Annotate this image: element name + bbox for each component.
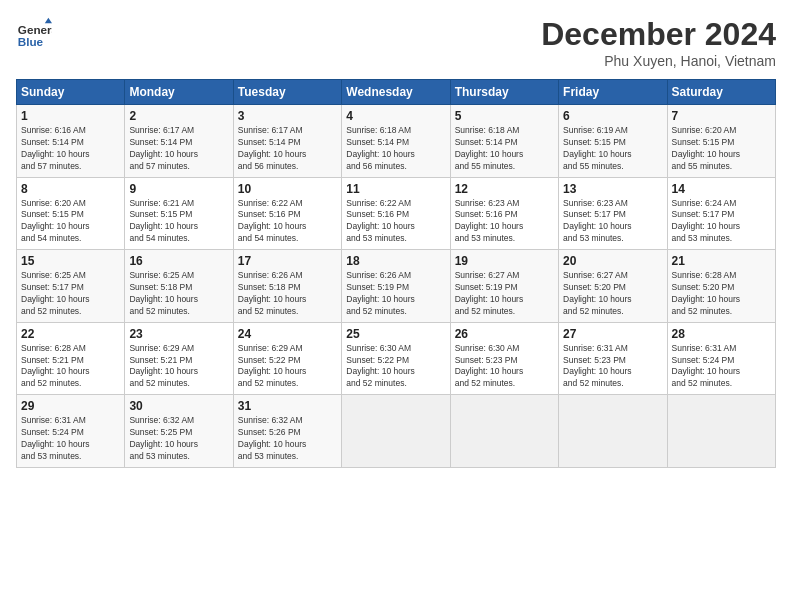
- day-number: 27: [563, 327, 662, 341]
- day-number: 29: [21, 399, 120, 413]
- day-number: 25: [346, 327, 445, 341]
- day-cell: 2Sunrise: 6:17 AM Sunset: 5:14 PM Daylig…: [125, 105, 233, 178]
- day-detail: Sunrise: 6:29 AM Sunset: 5:21 PM Dayligh…: [129, 343, 228, 391]
- day-detail: Sunrise: 6:26 AM Sunset: 5:19 PM Dayligh…: [346, 270, 445, 318]
- day-number: 11: [346, 182, 445, 196]
- day-detail: Sunrise: 6:31 AM Sunset: 5:24 PM Dayligh…: [21, 415, 120, 463]
- day-number: 21: [672, 254, 771, 268]
- day-detail: Sunrise: 6:16 AM Sunset: 5:14 PM Dayligh…: [21, 125, 120, 173]
- day-number: 2: [129, 109, 228, 123]
- day-detail: Sunrise: 6:23 AM Sunset: 5:16 PM Dayligh…: [455, 198, 554, 246]
- week-row-2: 8Sunrise: 6:20 AM Sunset: 5:15 PM Daylig…: [17, 177, 776, 250]
- day-cell: [342, 395, 450, 468]
- day-number: 31: [238, 399, 337, 413]
- day-cell: 27Sunrise: 6:31 AM Sunset: 5:23 PM Dayli…: [559, 322, 667, 395]
- week-row-1: 1Sunrise: 6:16 AM Sunset: 5:14 PM Daylig…: [17, 105, 776, 178]
- day-cell: 5Sunrise: 6:18 AM Sunset: 5:14 PM Daylig…: [450, 105, 558, 178]
- day-cell: 24Sunrise: 6:29 AM Sunset: 5:22 PM Dayli…: [233, 322, 341, 395]
- day-cell: [450, 395, 558, 468]
- day-cell: 11Sunrise: 6:22 AM Sunset: 5:16 PM Dayli…: [342, 177, 450, 250]
- day-number: 16: [129, 254, 228, 268]
- day-cell: 21Sunrise: 6:28 AM Sunset: 5:20 PM Dayli…: [667, 250, 775, 323]
- day-cell: 29Sunrise: 6:31 AM Sunset: 5:24 PM Dayli…: [17, 395, 125, 468]
- day-cell: 9Sunrise: 6:21 AM Sunset: 5:15 PM Daylig…: [125, 177, 233, 250]
- day-cell: 12Sunrise: 6:23 AM Sunset: 5:16 PM Dayli…: [450, 177, 558, 250]
- day-detail: Sunrise: 6:28 AM Sunset: 5:21 PM Dayligh…: [21, 343, 120, 391]
- day-number: 22: [21, 327, 120, 341]
- day-cell: 17Sunrise: 6:26 AM Sunset: 5:18 PM Dayli…: [233, 250, 341, 323]
- day-cell: 25Sunrise: 6:30 AM Sunset: 5:22 PM Dayli…: [342, 322, 450, 395]
- day-cell: 1Sunrise: 6:16 AM Sunset: 5:14 PM Daylig…: [17, 105, 125, 178]
- weekday-header-row: SundayMondayTuesdayWednesdayThursdayFrid…: [17, 80, 776, 105]
- day-cell: [667, 395, 775, 468]
- day-detail: Sunrise: 6:22 AM Sunset: 5:16 PM Dayligh…: [238, 198, 337, 246]
- day-number: 1: [21, 109, 120, 123]
- day-detail: Sunrise: 6:27 AM Sunset: 5:19 PM Dayligh…: [455, 270, 554, 318]
- header: General Blue December 2024 Phu Xuyen, Ha…: [16, 16, 776, 69]
- weekday-header-thursday: Thursday: [450, 80, 558, 105]
- day-number: 8: [21, 182, 120, 196]
- day-number: 13: [563, 182, 662, 196]
- day-cell: 14Sunrise: 6:24 AM Sunset: 5:17 PM Dayli…: [667, 177, 775, 250]
- day-number: 9: [129, 182, 228, 196]
- weekday-header-tuesday: Tuesday: [233, 80, 341, 105]
- day-detail: Sunrise: 6:29 AM Sunset: 5:22 PM Dayligh…: [238, 343, 337, 391]
- week-row-4: 22Sunrise: 6:28 AM Sunset: 5:21 PM Dayli…: [17, 322, 776, 395]
- day-cell: 26Sunrise: 6:30 AM Sunset: 5:23 PM Dayli…: [450, 322, 558, 395]
- day-cell: 18Sunrise: 6:26 AM Sunset: 5:19 PM Dayli…: [342, 250, 450, 323]
- day-detail: Sunrise: 6:26 AM Sunset: 5:18 PM Dayligh…: [238, 270, 337, 318]
- day-cell: 31Sunrise: 6:32 AM Sunset: 5:26 PM Dayli…: [233, 395, 341, 468]
- day-detail: Sunrise: 6:30 AM Sunset: 5:22 PM Dayligh…: [346, 343, 445, 391]
- svg-text:Blue: Blue: [18, 35, 44, 48]
- day-detail: Sunrise: 6:31 AM Sunset: 5:23 PM Dayligh…: [563, 343, 662, 391]
- day-detail: Sunrise: 6:17 AM Sunset: 5:14 PM Dayligh…: [129, 125, 228, 173]
- day-number: 7: [672, 109, 771, 123]
- day-number: 4: [346, 109, 445, 123]
- day-cell: 3Sunrise: 6:17 AM Sunset: 5:14 PM Daylig…: [233, 105, 341, 178]
- calendar-table: SundayMondayTuesdayWednesdayThursdayFrid…: [16, 79, 776, 468]
- title-area: December 2024 Phu Xuyen, Hanoi, Vietnam: [541, 16, 776, 69]
- day-cell: 28Sunrise: 6:31 AM Sunset: 5:24 PM Dayli…: [667, 322, 775, 395]
- day-detail: Sunrise: 6:32 AM Sunset: 5:25 PM Dayligh…: [129, 415, 228, 463]
- day-cell: [559, 395, 667, 468]
- day-detail: Sunrise: 6:28 AM Sunset: 5:20 PM Dayligh…: [672, 270, 771, 318]
- location-title: Phu Xuyen, Hanoi, Vietnam: [541, 53, 776, 69]
- day-cell: 16Sunrise: 6:25 AM Sunset: 5:18 PM Dayli…: [125, 250, 233, 323]
- day-cell: 22Sunrise: 6:28 AM Sunset: 5:21 PM Dayli…: [17, 322, 125, 395]
- day-detail: Sunrise: 6:22 AM Sunset: 5:16 PM Dayligh…: [346, 198, 445, 246]
- weekday-header-wednesday: Wednesday: [342, 80, 450, 105]
- logo: General Blue: [16, 16, 52, 52]
- day-detail: Sunrise: 6:25 AM Sunset: 5:17 PM Dayligh…: [21, 270, 120, 318]
- day-number: 17: [238, 254, 337, 268]
- day-detail: Sunrise: 6:31 AM Sunset: 5:24 PM Dayligh…: [672, 343, 771, 391]
- day-cell: 30Sunrise: 6:32 AM Sunset: 5:25 PM Dayli…: [125, 395, 233, 468]
- day-number: 3: [238, 109, 337, 123]
- day-number: 30: [129, 399, 228, 413]
- calendar-body: 1Sunrise: 6:16 AM Sunset: 5:14 PM Daylig…: [17, 105, 776, 468]
- day-detail: Sunrise: 6:30 AM Sunset: 5:23 PM Dayligh…: [455, 343, 554, 391]
- day-detail: Sunrise: 6:20 AM Sunset: 5:15 PM Dayligh…: [672, 125, 771, 173]
- week-row-5: 29Sunrise: 6:31 AM Sunset: 5:24 PM Dayli…: [17, 395, 776, 468]
- day-detail: Sunrise: 6:24 AM Sunset: 5:17 PM Dayligh…: [672, 198, 771, 246]
- week-row-3: 15Sunrise: 6:25 AM Sunset: 5:17 PM Dayli…: [17, 250, 776, 323]
- day-number: 28: [672, 327, 771, 341]
- day-number: 20: [563, 254, 662, 268]
- day-number: 12: [455, 182, 554, 196]
- weekday-header-friday: Friday: [559, 80, 667, 105]
- day-cell: 15Sunrise: 6:25 AM Sunset: 5:17 PM Dayli…: [17, 250, 125, 323]
- logo-icon: General Blue: [16, 16, 52, 52]
- day-cell: 23Sunrise: 6:29 AM Sunset: 5:21 PM Dayli…: [125, 322, 233, 395]
- weekday-header-sunday: Sunday: [17, 80, 125, 105]
- day-number: 26: [455, 327, 554, 341]
- day-number: 24: [238, 327, 337, 341]
- day-number: 6: [563, 109, 662, 123]
- day-detail: Sunrise: 6:20 AM Sunset: 5:15 PM Dayligh…: [21, 198, 120, 246]
- month-title: December 2024: [541, 16, 776, 53]
- day-detail: Sunrise: 6:32 AM Sunset: 5:26 PM Dayligh…: [238, 415, 337, 463]
- day-cell: 10Sunrise: 6:22 AM Sunset: 5:16 PM Dayli…: [233, 177, 341, 250]
- day-cell: 7Sunrise: 6:20 AM Sunset: 5:15 PM Daylig…: [667, 105, 775, 178]
- day-detail: Sunrise: 6:17 AM Sunset: 5:14 PM Dayligh…: [238, 125, 337, 173]
- day-number: 18: [346, 254, 445, 268]
- day-detail: Sunrise: 6:19 AM Sunset: 5:15 PM Dayligh…: [563, 125, 662, 173]
- svg-marker-2: [45, 18, 52, 23]
